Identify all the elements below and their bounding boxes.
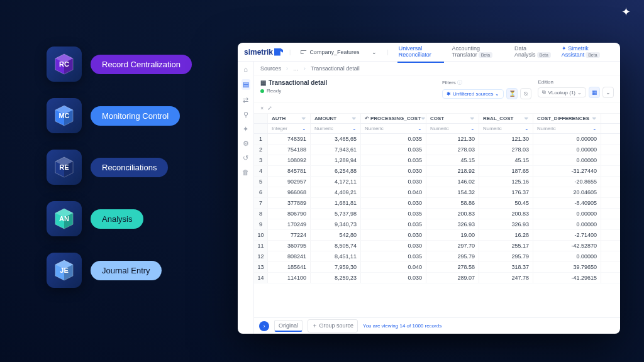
table-row[interactable]: 131856417,959,300.040278.58318.3739.7965… [254,262,620,273]
funnel-icon: ⏳ [509,90,516,97]
vlookup-button[interactable]: ⧉ VLookup (1) ⌄ [538,87,586,97]
column-header[interactable]: AUTH⏷ [268,114,311,123]
chevron-down-icon: ⌄ [372,49,377,55]
rail-item[interactable]: ⚙ [243,140,249,148]
column-header[interactable]: ↶PROCESSING_COST⏷ [361,114,426,123]
table-row[interactable]: 27541887,943,610.035278.03278.030.00000 [254,145,620,155]
table-row[interactable]: 91702499,340,730.035326.93326.930.00000 [254,219,620,230]
top-tab[interactable]: Simetrik AssistantBeta [560,43,614,63]
cell-processing-cost: 0.030 [361,273,426,283]
promo-label: Monitoring Control [91,106,180,126]
table-row[interactable]: 17483913,465,650.035121.30121.300.00000 [254,134,620,145]
row-index: 11 [254,241,268,251]
table-row[interactable]: 69660684,409,210.040154.32176.3720.04605 [254,187,620,198]
cell-amount: 8,451,11 [311,251,361,261]
rail-item[interactable]: ↺ [243,154,248,162]
sparkle-decoration: ✦ [621,5,636,20]
column-header[interactable]: AMOUNT⏷ [311,114,361,123]
cell-auth: 808241 [268,251,311,261]
filter-icon[interactable]: ⏷ [352,116,357,121]
rail-item[interactable]: ▤ [242,79,250,90]
cell-cost: 45.15 [426,155,479,165]
status-label: Ready [267,88,281,94]
filter-icon[interactable]: ⏷ [301,116,306,121]
rail-item[interactable]: ⌂ [243,65,248,73]
grid-type-row: Integer⌄Numeric⌄Numeric⌄Numeric⌄Numeric⌄… [254,124,620,134]
top-tab[interactable]: Data AnalysisBeta [513,43,554,63]
table-row[interactable]: 1077224542,800.03019.0016.28-2.71400 [254,230,620,241]
visibility-toggle-button[interactable]: ⦰ [520,88,531,99]
top-tab[interactable]: Universal Reconciliator [397,43,445,63]
cell-auth: 360795 [268,241,311,251]
grid-toolbar: × ⤢ [254,102,620,114]
left-rail: ⌂▤⇄⚲✦⚙↺🗑 [238,62,254,334]
breadcrumb-item[interactable]: … [293,65,299,72]
add-column-button[interactable]: ▦ [589,87,600,98]
top-tab[interactable]: Accounting TranslatorBeta [450,43,507,63]
column-header[interactable]: REAL_COST⏷ [479,114,533,123]
cell-cost: 278.03 [426,145,479,155]
top-bar: simetrik | ⫍ Company_Features ⌄ | Univer… [238,43,620,62]
grid-action-close-icon[interactable]: × [260,105,264,111]
column-header[interactable]: COST⏷ [426,114,479,123]
column-type[interactable]: Numeric⌄ [479,124,533,133]
rail-item[interactable]: ✦ [243,125,248,133]
cell-cost: 297.70 [426,241,479,251]
table-row[interactable]: 48457816,254,880.030218.92187.65-31.2744… [254,166,620,177]
cell-amount: 4,409,21 [311,187,361,197]
company-selector[interactable]: ⫍ Company_Features ⌄ [297,47,380,57]
cell-real-cost: 125.16 [479,177,533,187]
cell-amount: 4,172,11 [311,177,361,187]
footer-tab-group-source[interactable]: ＋ Group source [308,319,358,332]
table-row[interactable]: 31080921,289,940.03545.1545.150.00000 [254,155,620,166]
table-row[interactable]: 59029574,172,110.030146.02125.16-20.8655 [254,177,620,187]
table-row[interactable]: 128082418,451,110.035295.79295.790.00000 [254,251,620,262]
company-selector-label: Company_Features [309,49,359,55]
promo-card: MC Monitoring Control [47,98,216,133]
column-type[interactable]: Numeric⌄ [533,124,601,133]
table-row[interactable]: 141141008,259,230.030289.07247.78-41.296… [254,273,620,283]
brand-logo[interactable]: simetrik [244,48,283,57]
footer-tab-original[interactable]: Original [274,320,303,332]
column-type[interactable]: Integer⌄ [268,124,311,133]
column-type[interactable]: Numeric⌄ [361,124,426,133]
footer-arrow-button[interactable]: › [259,321,269,331]
filter-icon[interactable]: ⏷ [524,116,529,121]
rail-item[interactable]: ⚲ [243,111,248,119]
rail-item[interactable]: 🗑 [242,168,249,176]
cell-processing-cost: 0.040 [361,262,426,272]
row-index: 4 [254,166,268,176]
chevron-down-icon: ⌄ [577,90,582,96]
table-row[interactable]: 113607958,505,740.030297.70255.17-42.528… [254,241,620,251]
app-body: ⌂▤⇄⚲✦⚙↺🗑 Sources›…›Transactional detail … [238,62,620,334]
table-row[interactable]: 73778891,681,810.03058.8650.45-8.40905 [254,198,620,209]
cell-cost: 218.92 [426,166,479,176]
filter-icon[interactable]: ⏷ [421,116,426,121]
filter-icon-button[interactable]: ⏳ [506,88,518,99]
row-index: 13 [254,262,268,272]
column-header[interactable]: COST_DIFFERENCES⏷ [533,114,601,123]
promo-label: Analysis [91,209,143,229]
rail-item[interactable]: ⇄ [243,96,248,104]
undo-icon[interactable]: ↶ [365,116,369,121]
cell-processing-cost: 0.035 [361,145,426,155]
filter-icon[interactable]: ⏷ [592,116,597,121]
cell-cost-diff: 0.00000 [533,155,601,165]
unfiltered-sources-button[interactable]: ✱ Unfiltered sources ⌄ [442,89,504,99]
cell-auth: 966068 [268,187,311,197]
chevron-down-icon: ⌄ [592,126,597,131]
filter-icon[interactable]: ⏷ [470,116,475,121]
cell-processing-cost: 0.040 [361,187,426,197]
breadcrumb-item[interactable]: Transactional detail [311,65,360,72]
more-edition-button[interactable]: ⌄ [602,87,614,98]
cell-amount: 9,340,73 [311,219,361,229]
edition-block: Edition ⧉ VLookup (1) ⌄ ▦ ⌄ [538,79,614,98]
table-row[interactable]: 88067905,737,980.035200.83200.830.00000 [254,209,620,219]
row-index: 9 [254,219,268,229]
column-type[interactable]: Numeric⌄ [426,124,479,133]
breadcrumb-item[interactable]: Sources [260,65,281,72]
cell-amount: 8,505,74 [311,241,361,251]
grid-action-expand-icon[interactable]: ⤢ [267,105,272,111]
cell-auth: 754188 [268,145,311,155]
column-type[interactable]: Numeric⌄ [311,124,361,133]
